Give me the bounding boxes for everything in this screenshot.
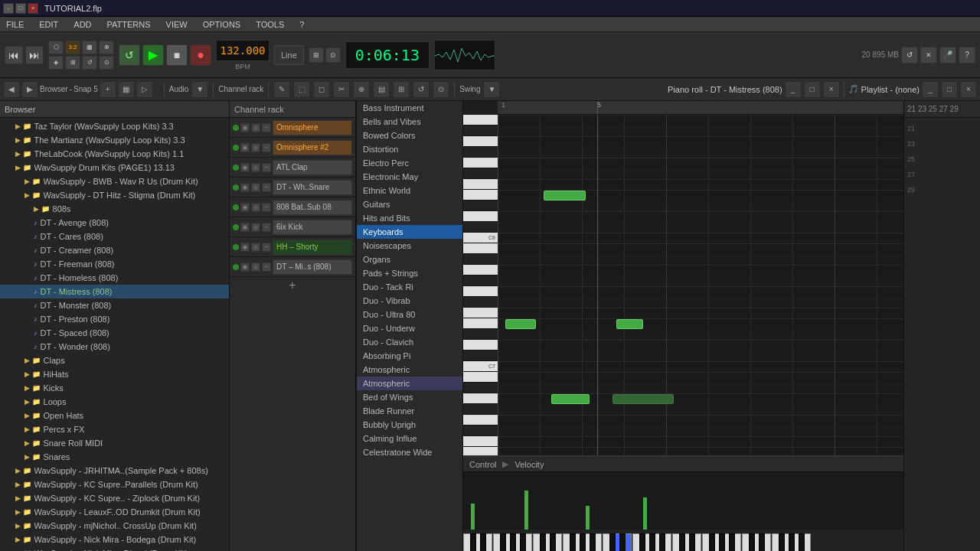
channel-name[interactable]: Omnisphere #2 bbox=[273, 140, 352, 155]
sidebar-item[interactable]: ▶ 📁Snare Roll MIDI bbox=[0, 436, 229, 450]
menu-edit[interactable]: EDIT bbox=[36, 18, 61, 31]
channel-led[interactable] bbox=[233, 165, 239, 171]
channel-settings-btn[interactable]: ─ bbox=[262, 223, 271, 232]
channel-mute-btn[interactable]: ◉ bbox=[240, 203, 250, 212]
pr-tool-misc2[interactable]: ⊞ bbox=[393, 81, 410, 98]
channel-name[interactable]: DT - Wh..Snare bbox=[273, 180, 352, 195]
loop-button[interactable]: ↺ bbox=[119, 44, 140, 66]
piano-key-A8[interactable] bbox=[463, 136, 498, 147]
piano-key-D#8[interactable] bbox=[463, 201, 498, 211]
instrument-category[interactable]: Bubbly Uprigh bbox=[357, 418, 462, 432]
browser-nav-right[interactable]: ▶ bbox=[21, 81, 38, 98]
piano-key-F#7[interactable] bbox=[463, 297, 498, 308]
piano-black-key[interactable] bbox=[799, 533, 805, 551]
piano-black-key[interactable] bbox=[719, 533, 725, 551]
menu-view[interactable]: VIEW bbox=[163, 18, 191, 31]
mode-selector[interactable]: Line bbox=[274, 45, 304, 65]
piano-key-G8[interactable] bbox=[463, 158, 498, 168]
velocity-bar-2[interactable] bbox=[586, 506, 590, 530]
channel-led[interactable] bbox=[233, 145, 239, 151]
piano-black-key[interactable] bbox=[729, 533, 735, 551]
sidebar-item[interactable]: ▶ 📁Loops bbox=[0, 395, 229, 409]
instrument-category[interactable]: Guitars bbox=[357, 197, 462, 211]
channel-name[interactable]: 6ix Kick bbox=[273, 220, 352, 235]
channel-settings-btn[interactable]: ─ bbox=[262, 183, 271, 192]
channel-mute-btn[interactable]: ◉ bbox=[240, 183, 250, 192]
sidebar-item[interactable]: ▶ 📁WavSupply - DT Hitz - Stigma (Drum Ki… bbox=[0, 188, 229, 202]
sidebar-item[interactable]: ▶ 📁Open Hats bbox=[0, 409, 229, 422]
piano-key-F#6[interactable] bbox=[463, 425, 498, 436]
sidebar-item[interactable]: ▶ 📁WavSupply - mjNichol.. CrossUp (Drum … bbox=[0, 519, 229, 533]
channel-mute-btn[interactable]: ◉ bbox=[240, 262, 250, 272]
menu-patterns[interactable]: PATTERNS bbox=[104, 18, 154, 31]
instrument-category[interactable]: Bass Instrument bbox=[357, 101, 462, 115]
piano-black-key[interactable] bbox=[470, 533, 476, 551]
sidebar-item[interactable]: ▶ 📁WavSupply Drum Kits (PAGE1) 13.13 bbox=[0, 161, 229, 174]
pr-close[interactable]: × bbox=[823, 81, 840, 98]
play-button[interactable]: ▶ bbox=[142, 44, 164, 66]
sidebar-item[interactable]: ♪DT - Preston (808) bbox=[0, 312, 229, 326]
instrument-category[interactable]: Distortion bbox=[357, 142, 462, 156]
pl-maximize[interactable]: □ bbox=[941, 81, 958, 98]
sidebar-item[interactable]: ▶ 📁Claps bbox=[0, 354, 229, 367]
piano-black-key[interactable] bbox=[749, 533, 755, 551]
pr-tool-misc3[interactable]: ↺ bbox=[413, 81, 430, 98]
piano-black-key[interactable] bbox=[609, 533, 616, 551]
instrument-category[interactable]: Atmospheric bbox=[357, 377, 462, 390]
sidebar-item[interactable]: ♪DT - Mistress (808) bbox=[0, 285, 229, 298]
sidebar-item[interactable]: ▶ 📁WavSupply - Nick Mira - Bodega (Drum … bbox=[0, 533, 229, 546]
instrument-category[interactable]: Organs bbox=[357, 253, 462, 266]
stop-button[interactable]: ■ bbox=[166, 44, 188, 66]
mode-btn-1[interactable]: ⬡ bbox=[48, 41, 64, 54]
minimize-button[interactable]: - bbox=[3, 3, 14, 14]
piano-black-key[interactable] bbox=[510, 533, 516, 551]
pr-tool-misc1[interactable]: ▤ bbox=[373, 81, 390, 98]
channel-led[interactable] bbox=[233, 125, 239, 131]
pr-maximize[interactable]: □ bbox=[804, 81, 821, 98]
channel-name[interactable]: Omnisphere bbox=[273, 120, 352, 135]
sidebar-item[interactable]: ▶ 📁TheLabCook (WavSupply Loop Kits) 1.1 bbox=[0, 147, 229, 161]
piano-key-A6[interactable] bbox=[463, 393, 498, 404]
sidebar-item[interactable]: ♪DT - Cares (808) bbox=[0, 230, 229, 243]
piano-black-key[interactable] bbox=[689, 533, 695, 551]
menu-add[interactable]: ADD bbox=[70, 18, 94, 31]
piano-key-A#8[interactable] bbox=[463, 126, 498, 136]
note-block-0[interactable] bbox=[544, 191, 586, 201]
sidebar-item[interactable]: ♪DT - Spaced (808) bbox=[0, 326, 229, 340]
channel-solo-btn[interactable]: ◎ bbox=[251, 262, 260, 272]
sidebar-item[interactable]: ♪DT - Creamer (808) bbox=[0, 243, 229, 257]
sidebar-item[interactable]: ♪DT - Avenge (808) bbox=[0, 216, 229, 230]
channel-led[interactable] bbox=[233, 224, 239, 230]
piano-black-key[interactable] bbox=[540, 533, 546, 551]
instrument-category[interactable]: Duo - Ultra 80 bbox=[357, 308, 462, 321]
piano-black-key[interactable] bbox=[570, 533, 576, 551]
velocity-bar-0[interactable] bbox=[471, 504, 475, 530]
misc-btn-2[interactable]: ⊙ bbox=[325, 47, 341, 63]
menu-file[interactable]: FILE bbox=[3, 18, 27, 31]
instrument-category[interactable]: Bowed Colors bbox=[357, 129, 462, 142]
piano-key-G#8[interactable] bbox=[463, 147, 498, 158]
instrument-category[interactable]: Blade Runner bbox=[357, 404, 462, 418]
piano-key-C#7[interactable] bbox=[463, 350, 498, 361]
help-button[interactable]: ? bbox=[959, 47, 975, 64]
channel-mute-btn[interactable]: ◉ bbox=[240, 143, 250, 152]
piano-key-B8[interactable] bbox=[463, 115, 498, 126]
instrument-category[interactable]: Absorbing Pi bbox=[357, 349, 462, 363]
rewind-button[interactable]: ⏮ bbox=[5, 46, 23, 64]
channel-name[interactable]: HH – Shorty bbox=[273, 240, 352, 255]
mode-btn-3[interactable]: ▦ bbox=[82, 41, 97, 54]
piano-black-key[interactable] bbox=[759, 533, 765, 551]
mode-btn-5[interactable]: ◈ bbox=[48, 56, 64, 70]
sidebar-item[interactable]: ▶ 📁Kicks bbox=[0, 381, 229, 395]
pr-minimize[interactable]: _ bbox=[785, 81, 802, 98]
channel-solo-btn[interactable]: ◎ bbox=[251, 163, 260, 172]
close-button[interactable]: × bbox=[28, 3, 38, 14]
piano-key-F7[interactable] bbox=[463, 308, 498, 318]
channel-settings-btn[interactable]: ─ bbox=[262, 243, 271, 252]
sidebar-item[interactable]: ▶ 📁WavSupply - KC Supre..Parallels (Drum… bbox=[0, 478, 229, 491]
sidebar-item[interactable]: ▶ 📁Snares bbox=[0, 450, 229, 464]
maximize-button[interactable]: □ bbox=[15, 3, 26, 14]
piano-key-E8[interactable] bbox=[463, 190, 498, 201]
channel-mute-btn[interactable]: ◉ bbox=[240, 123, 250, 132]
record-button[interactable]: ● bbox=[190, 44, 211, 66]
